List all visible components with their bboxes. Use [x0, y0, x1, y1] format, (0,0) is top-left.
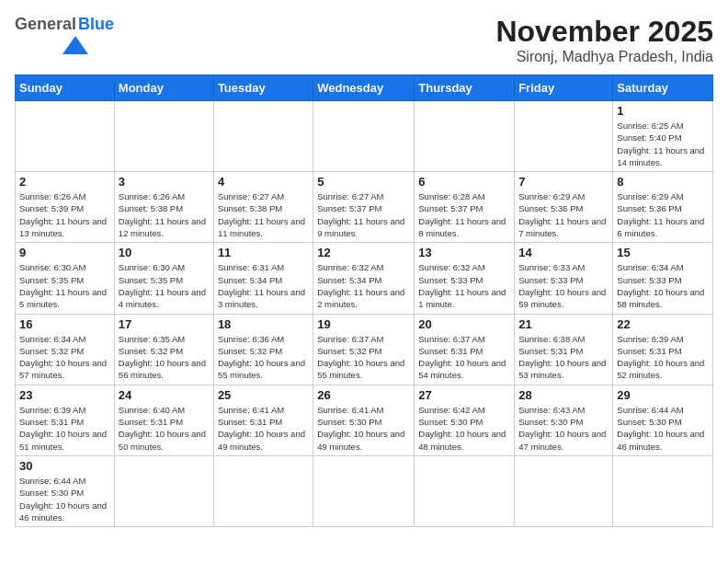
day-7: 7 Sunrise: 6:29 AMSunset: 5:36 PMDayligh… [515, 172, 613, 243]
day-17: 17 Sunrise: 6:35 AMSunset: 5:32 PMDaylig… [114, 314, 213, 385]
header-saturday: Saturday [613, 75, 713, 101]
day-12: 12 Sunrise: 6:32 AMSunset: 5:34 PMDaylig… [313, 243, 415, 314]
logo: General Blue [15, 15, 114, 54]
empty-cell [515, 455, 613, 526]
calendar-row-2: 2 Sunrise: 6:26 AMSunset: 5:39 PMDayligh… [16, 172, 713, 243]
d1-sunrise: 6:25 AM [652, 121, 684, 131]
day-16: 16 Sunrise: 6:34 AMSunset: 5:32 PMDaylig… [16, 314, 115, 385]
day-26: 26 Sunrise: 6:41 AMSunset: 5:30 PMDaylig… [313, 385, 415, 455]
day-11: 11 Sunrise: 6:31 AMSunset: 5:34 PMDaylig… [213, 243, 313, 314]
day-19: 19 Sunrise: 6:37 AMSunset: 5:32 PMDaylig… [313, 314, 415, 385]
calendar-row-6: 30 Sunrise: 6:44 AMSunset: 5:30 PMDaylig… [16, 455, 713, 526]
day-8: 8 Sunrise: 6:29 AMSunset: 5:36 PMDayligh… [613, 172, 713, 243]
calendar-row-5: 23 Sunrise: 6:39 AMSunset: 5:31 PMDaylig… [16, 385, 713, 455]
d1-daylight-label: Daylight: [617, 145, 654, 155]
day-3: 3 Sunrise: 6:26 AMSunset: 5:38 PMDayligh… [114, 172, 213, 243]
empty-cell [313, 455, 415, 526]
page-header: General Blue November 2025 Sironj, Madhy… [15, 15, 713, 65]
empty-cell [613, 455, 713, 526]
empty-cell [213, 101, 313, 172]
calendar-title-area: November 2025 Sironj, Madhya Pradesh, In… [495, 15, 713, 65]
d1-sunset-label: Sunset: [617, 132, 649, 143]
calendar-header-row: Sunday Monday Tuesday Wednesday Thursday… [16, 75, 713, 101]
calendar-row-1: 1 Sunrise: 6:25 AM Sunset: 5:40 PM Dayli… [16, 101, 713, 172]
day-30: 30 Sunrise: 6:44 AMSunset: 5:30 PMDaylig… [16, 455, 115, 526]
day-28: 28 Sunrise: 6:43 AMSunset: 5:30 PMDaylig… [515, 385, 613, 455]
logo-general-text: General [15, 15, 76, 34]
empty-cell [313, 101, 415, 172]
empty-cell [114, 101, 213, 172]
day-14: 14 Sunrise: 6:33 AMSunset: 5:33 PMDaylig… [515, 243, 613, 314]
day-5: 5 Sunrise: 6:27 AMSunset: 5:37 PMDayligh… [313, 172, 415, 243]
d1-sunset: 5:40 PM [649, 132, 681, 143]
day-18: 18 Sunrise: 6:36 AMSunset: 5:32 PMDaylig… [213, 314, 313, 385]
day-25: 25 Sunrise: 6:41 AMSunset: 5:31 PMDaylig… [213, 385, 313, 455]
empty-cell [415, 455, 515, 526]
header-thursday: Thursday [415, 75, 515, 101]
empty-cell [415, 101, 515, 172]
logo-triangle-icon [63, 36, 88, 54]
day-21: 21 Sunrise: 6:38 AMSunset: 5:31 PMDaylig… [515, 314, 613, 385]
day-24: 24 Sunrise: 6:40 AMSunset: 5:31 PMDaylig… [114, 385, 213, 455]
day-22: 22 Sunrise: 6:39 AMSunset: 5:31 PMDaylig… [613, 314, 713, 385]
calendar-row-3: 9 Sunrise: 6:30 AMSunset: 5:35 PMDayligh… [16, 243, 713, 314]
day-13: 13 Sunrise: 6:32 AMSunset: 5:33 PMDaylig… [415, 243, 515, 314]
day-29: 29 Sunrise: 6:44 AMSunset: 5:30 PMDaylig… [613, 385, 713, 455]
day-2: 2 Sunrise: 6:26 AMSunset: 5:39 PMDayligh… [16, 172, 115, 243]
day-10: 10 Sunrise: 6:30 AMSunset: 5:35 PMDaylig… [114, 243, 213, 314]
empty-cell [515, 101, 613, 172]
header-wednesday: Wednesday [313, 75, 415, 101]
empty-cell [16, 101, 115, 172]
d1-sunrise-label: Sunrise: [617, 121, 652, 131]
day-23: 23 Sunrise: 6:39 AMSunset: 5:31 PMDaylig… [16, 385, 115, 455]
day-4: 4 Sunrise: 6:27 AMSunset: 5:38 PMDayligh… [213, 172, 313, 243]
day-20: 20 Sunrise: 6:37 AMSunset: 5:31 PMDaylig… [415, 314, 515, 385]
empty-cell [114, 455, 213, 526]
day-6: 6 Sunrise: 6:28 AMSunset: 5:37 PMDayligh… [415, 172, 515, 243]
header-sunday: Sunday [16, 75, 115, 101]
calendar-month-year: November 2025 [495, 15, 713, 49]
day-15: 15 Sunrise: 6:34 AMSunset: 5:33 PMDaylig… [613, 243, 713, 314]
calendar-row-4: 16 Sunrise: 6:34 AMSunset: 5:32 PMDaylig… [16, 314, 713, 385]
day-27: 27 Sunrise: 6:42 AMSunset: 5:30 PMDaylig… [415, 385, 515, 455]
day-1: 1 Sunrise: 6:25 AM Sunset: 5:40 PM Dayli… [613, 101, 713, 172]
logo-blue-text: Blue [78, 15, 114, 34]
svg-marker-0 [63, 36, 88, 54]
calendar-table: Sunday Monday Tuesday Wednesday Thursday… [15, 75, 713, 527]
empty-cell [213, 455, 313, 526]
calendar-location: Sironj, Madhya Pradesh, India [495, 49, 713, 65]
header-friday: Friday [515, 75, 613, 101]
day-9: 9 Sunrise: 6:30 AMSunset: 5:35 PMDayligh… [16, 243, 115, 314]
header-tuesday: Tuesday [213, 75, 313, 101]
header-monday: Monday [114, 75, 213, 101]
